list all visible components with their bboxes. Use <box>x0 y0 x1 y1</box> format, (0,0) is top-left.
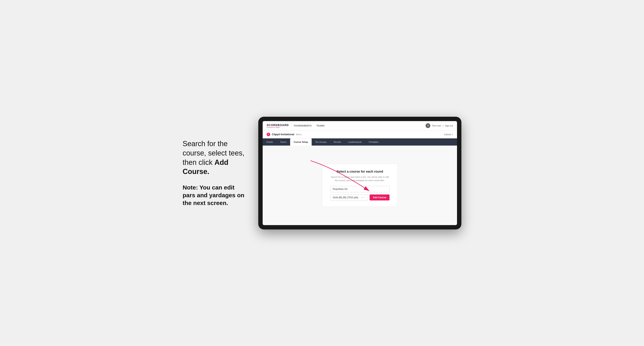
nav-teams[interactable]: TEAMS <box>316 125 324 127</box>
tab-results[interactable]: Results <box>330 138 344 146</box>
tab-printables[interactable]: Printables <box>365 138 382 146</box>
tee-select-controls: × ⌃ <box>362 196 366 199</box>
cancel-icon: × <box>452 133 453 136</box>
main-instruction: Search for the course, select tees, then… <box>182 139 246 176</box>
cancel-button[interactable]: Cancel × <box>444 133 453 136</box>
chevron-down-icon: ⌃ <box>364 196 366 199</box>
tab-teams[interactable]: Teams <box>276 138 290 146</box>
logo-area: SCOREBOARD Powered by clippd TOURNAMENTS… <box>267 123 324 128</box>
clippd-icon: C <box>267 133 270 136</box>
main-content: Select a course for each round Search fo… <box>263 146 457 225</box>
tee-select-value: Gold (M) (M) (7010 yds) <box>333 196 358 199</box>
tablet-device: SCOREBOARD Powered by clippd TOURNAMENTS… <box>258 117 462 229</box>
avatar: R <box>426 123 430 128</box>
tournament-type: (Men) <box>296 133 302 136</box>
top-nav: SCOREBOARD Powered by clippd TOURNAMENTS… <box>263 121 457 131</box>
tee-select-dropdown[interactable]: Gold (M) (M) (7010 yds) × ⌃ <box>330 194 368 201</box>
tournament-name: Clippd Invitational <box>272 133 294 136</box>
nav-tournaments[interactable]: TOURNAMENTS <box>294 125 312 127</box>
course-search-input[interactable] <box>330 186 390 192</box>
user-area: R Test User | Sign out <box>426 123 453 128</box>
main-nav: TOURNAMENTS TEAMS <box>294 125 324 127</box>
add-course-button[interactable]: Add Course <box>370 194 390 200</box>
tablet-screen: SCOREBOARD Powered by clippd TOURNAMENTS… <box>263 121 457 225</box>
tab-nav: Details Teams Course Setup Tee Groups Re… <box>263 138 457 146</box>
tab-details[interactable]: Details <box>263 138 276 146</box>
instructions-panel: Search for the course, select tees, then… <box>182 139 246 207</box>
tab-leaderboards[interactable]: Leaderboards <box>344 138 365 146</box>
add-course-emphasis: Add Course. <box>182 158 228 176</box>
course-select-card: Select a course for each round Search fo… <box>322 164 398 207</box>
card-title: Select a course for each round <box>330 170 390 173</box>
tournament-title: C Clippd Invitational (Men) <box>267 133 302 136</box>
tab-course-setup[interactable]: Course Setup <box>290 138 312 146</box>
page-wrapper: Search for the course, select tees, then… <box>182 117 462 229</box>
separator: | <box>443 125 444 127</box>
tee-clear-button[interactable]: × <box>362 196 363 199</box>
cancel-label: Cancel <box>444 133 451 136</box>
logo-text: SCOREBOARD <box>267 124 289 127</box>
tee-select-row: Gold (M) (M) (7010 yds) × ⌃ Add Course <box>330 194 390 201</box>
user-name: Test User <box>432 125 441 127</box>
sign-out-link[interactable]: Sign out <box>445 125 453 127</box>
tab-tee-groups[interactable]: Tee Groups <box>312 138 330 146</box>
tournament-header: C Clippd Invitational (Men) Cancel × <box>263 131 457 138</box>
card-subtitle: Search for a course and select a tee. Yo… <box>330 175 390 182</box>
note-instruction: Note: You can edit pars and yardages on … <box>182 183 246 207</box>
